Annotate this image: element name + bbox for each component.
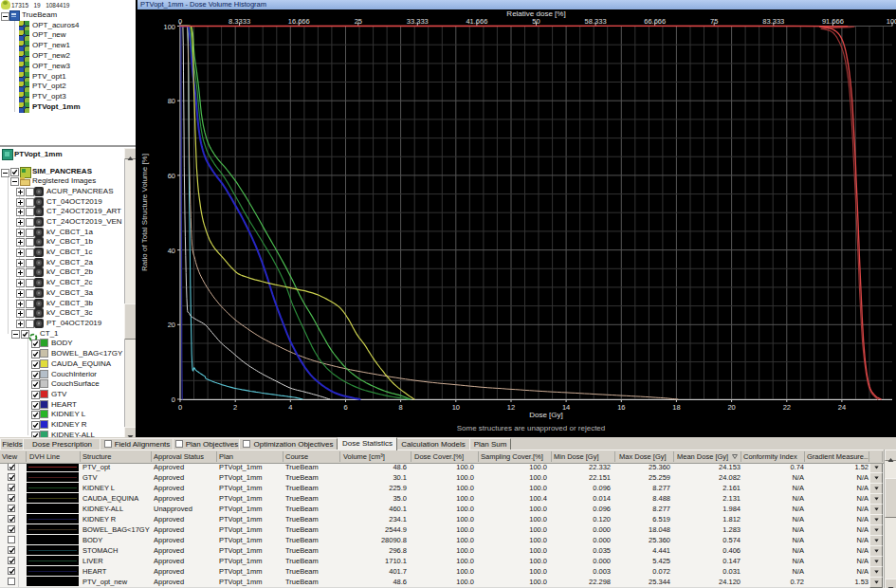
svg-text:16.666: 16.666: [288, 17, 310, 26]
svg-text:60: 60: [168, 172, 175, 180]
svg-text:24: 24: [838, 403, 846, 412]
svg-text:100: 100: [887, 17, 896, 26]
svg-text:20: 20: [727, 403, 735, 412]
svg-text:100: 100: [163, 23, 175, 31]
svg-text:66.666: 66.666: [644, 17, 666, 26]
svg-text:33.333: 33.333: [407, 17, 429, 26]
svg-text:10: 10: [452, 403, 460, 412]
svg-text:18: 18: [672, 403, 680, 412]
svg-text:91.666: 91.666: [822, 17, 844, 26]
svg-text:83.333: 83.333: [762, 17, 784, 26]
svg-text:8: 8: [399, 403, 403, 412]
svg-text:0: 0: [178, 17, 182, 26]
svg-text:40: 40: [168, 247, 175, 255]
svg-text:Some structures are unapproved: Some structures are unapproved or reject…: [457, 424, 606, 432]
svg-text:58.333: 58.333: [585, 17, 607, 26]
svg-text:Relative dose [%]: Relative dose [%]: [506, 9, 565, 18]
svg-text:12: 12: [507, 403, 515, 412]
svg-text:8.3333: 8.3333: [229, 17, 250, 26]
svg-text:80: 80: [168, 97, 175, 105]
svg-text:Ratio of Total Structure Volum: Ratio of Total Structure Volume [%]: [140, 154, 149, 271]
svg-text:0: 0: [178, 403, 182, 412]
svg-text:22: 22: [783, 403, 791, 412]
svg-text:Dose [Gy]: Dose [Gy]: [529, 411, 563, 419]
svg-text:20: 20: [168, 321, 175, 329]
svg-text:16: 16: [617, 403, 625, 412]
svg-text:0: 0: [172, 395, 175, 404]
svg-text:75: 75: [710, 17, 718, 26]
svg-text:41.666: 41.666: [466, 17, 487, 26]
svg-text:14: 14: [562, 403, 570, 412]
svg-text:4: 4: [288, 403, 292, 412]
svg-text:25: 25: [355, 17, 362, 26]
svg-text:2: 2: [233, 403, 237, 412]
svg-text:6: 6: [343, 403, 347, 412]
